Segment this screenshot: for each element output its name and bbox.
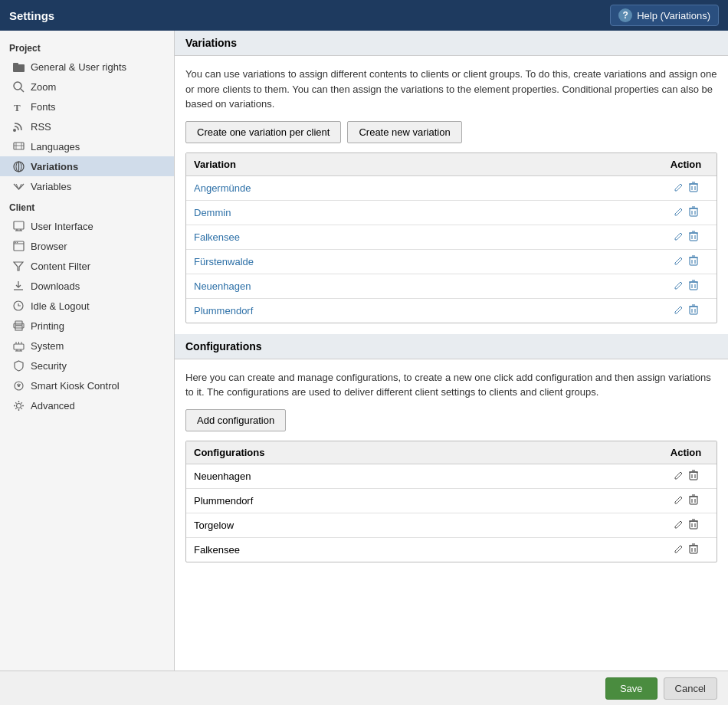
app-title: Settings (9, 9, 54, 22)
sidebar-item-downloads[interactable]: Downloads (0, 276, 174, 296)
sidebar-item-security[interactable]: Security (0, 356, 174, 375)
table-row: Neuenhagen (186, 464, 717, 488)
config-name: Torgelow (194, 520, 234, 531)
svg-line-62 (680, 257, 682, 259)
delete-icon[interactable] (689, 280, 698, 293)
config-name: Plummendorf (194, 495, 253, 507)
svg-line-74 (680, 307, 682, 308)
header: Settings ? Help (Variations) (0, 0, 728, 31)
sidebar-item-advanced[interactable]: Advanced (0, 395, 174, 415)
action-icons (663, 231, 709, 244)
edit-icon[interactable] (674, 231, 684, 244)
col-action-configurations: Action (655, 441, 717, 464)
variation-name[interactable]: Fürstenwalde (194, 256, 254, 267)
sidebar-item-variations[interactable]: Variations (0, 156, 174, 176)
sidebar-item-system[interactable]: System (0, 336, 174, 356)
sidebar-item-label: Variations (31, 161, 78, 172)
sidebar-item-content-filter[interactable]: Content Filter (0, 256, 174, 276)
table-row: Fürstenwalde (186, 249, 717, 274)
delete-icon[interactable] (689, 494, 698, 507)
table-row: Falkensee (186, 537, 717, 562)
variation-name[interactable]: Plummendorf (194, 305, 253, 316)
delete-icon[interactable] (689, 231, 698, 244)
edit-icon[interactable] (674, 470, 684, 483)
edit-icon[interactable] (674, 494, 684, 507)
svg-rect-63 (690, 257, 697, 265)
edit-icon[interactable] (674, 304, 684, 317)
sidebar-item-rss[interactable]: RSS (0, 116, 174, 136)
config-name: Neuenhagen (194, 471, 251, 482)
sidebar-item-label: Zoom (31, 81, 56, 93)
sidebar: Project General & User rights Zoom T Fon… (0, 31, 175, 671)
sidebar-item-label: Security (31, 360, 67, 372)
delete-icon[interactable] (689, 519, 698, 532)
sidebar-item-fonts[interactable]: T Fonts (0, 97, 174, 116)
configurations-table: Configurations Action Neuenhagen (186, 441, 717, 562)
svg-rect-69 (690, 282, 697, 290)
configurations-table-wrap: Configurations Action Neuenhagen (185, 441, 717, 562)
variation-name[interactable]: Angermünde (194, 182, 251, 194)
ui-icon (12, 220, 25, 232)
edit-icon[interactable] (674, 519, 684, 532)
sidebar-item-browser[interactable]: Browser (0, 236, 174, 256)
sidebar-item-printing[interactable]: Printing (0, 316, 174, 336)
cancel-button[interactable]: Cancel (664, 677, 717, 700)
delete-icon[interactable] (689, 304, 698, 317)
sidebar-item-zoom[interactable]: Zoom (0, 77, 174, 97)
sidebar-item-idle-logout[interactable]: Idle & Logout (0, 296, 174, 316)
svg-line-86 (680, 497, 682, 498)
add-configuration-button[interactable]: Add configuration (185, 409, 286, 431)
variations-table-scroll[interactable]: Variation Action Angermünde (186, 153, 717, 323)
svg-point-2 (14, 82, 21, 90)
variation-name[interactable]: Demmin (194, 207, 231, 218)
action-icons (663, 206, 709, 219)
main-content: Variations You can use variations to ass… (175, 31, 728, 671)
sidebar-item-label: Content Filter (31, 261, 90, 272)
variations-icon (12, 160, 25, 172)
svg-line-56 (680, 233, 682, 234)
col-variation: Variation (186, 153, 655, 176)
action-icons (663, 182, 709, 195)
sidebar-item-languages[interactable]: Languages (0, 136, 174, 156)
variations-buttons: Create one variation per client Create n… (185, 121, 717, 143)
action-icons (663, 304, 709, 317)
zoom-icon (12, 80, 25, 93)
variation-name[interactable]: Falkensee (194, 231, 240, 243)
delete-icon[interactable] (689, 470, 698, 483)
create-new-variation-button[interactable]: Create new variation (347, 121, 461, 143)
svg-point-34 (18, 385, 20, 387)
sidebar-item-label: Idle & Logout (31, 300, 90, 312)
delete-icon[interactable] (689, 255, 698, 268)
table-row: Plummendorf (186, 488, 717, 513)
edit-icon[interactable] (674, 280, 684, 293)
edit-icon[interactable] (674, 255, 684, 268)
edit-icon[interactable] (674, 182, 684, 195)
help-button[interactable]: ? Help (Variations) (610, 5, 719, 26)
svg-line-44 (680, 184, 682, 185)
svg-rect-1 (13, 63, 18, 65)
sidebar-item-user-interface[interactable]: User Interface (0, 216, 174, 236)
edit-icon[interactable] (674, 543, 684, 556)
fonts-icon: T (12, 100, 25, 113)
table-row: Torgelow (186, 513, 717, 537)
printing-icon (12, 320, 25, 332)
sidebar-item-smart-kiosk[interactable]: Smart Kiosk Control (0, 375, 174, 395)
edit-icon[interactable] (674, 206, 684, 219)
sidebar-item-variables[interactable]: Variables (0, 176, 174, 196)
delete-icon[interactable] (689, 543, 698, 556)
browser-icon (12, 240, 25, 252)
svg-line-3 (21, 89, 24, 92)
sidebar-item-label: Advanced (31, 400, 75, 412)
create-per-client-button[interactable]: Create one variation per client (185, 121, 341, 143)
sidebar-item-label: Browser (31, 241, 67, 252)
variation-name[interactable]: Neuenhagen (194, 280, 251, 292)
sidebar-item-label: Fonts (31, 101, 56, 113)
sidebar-item-general-user-rights[interactable]: General & User rights (0, 57, 174, 77)
save-button[interactable]: Save (605, 677, 657, 700)
configurations-description: Here you can create and manage configura… (185, 370, 717, 400)
svg-point-5 (13, 129, 16, 132)
variations-table-wrap: Variation Action Angermünde (185, 152, 717, 323)
sidebar-item-label: Variables (31, 181, 71, 192)
delete-icon[interactable] (689, 182, 698, 195)
delete-icon[interactable] (689, 206, 698, 219)
